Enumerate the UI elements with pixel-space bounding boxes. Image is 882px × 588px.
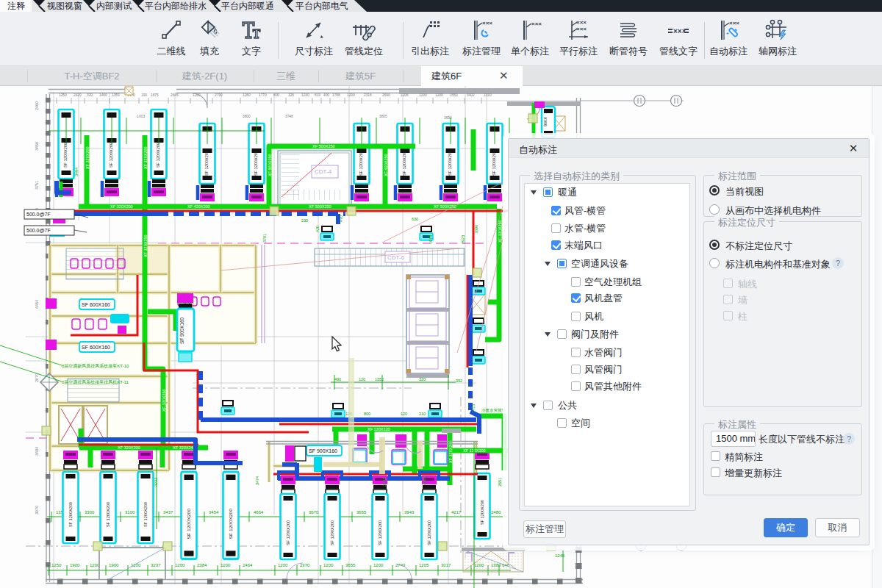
svg-text:XF 320X200: XF 320X200 <box>110 204 133 209</box>
svg-text:3494: 3494 <box>74 168 79 176</box>
svg-text:XF 320X200: XF 320X200 <box>118 445 140 450</box>
svg-text:×××: ××× <box>729 20 739 26</box>
svg-text:1200: 1200 <box>347 93 355 97</box>
svg-text:120: 120 <box>401 412 407 416</box>
svg-text:470: 470 <box>339 215 343 222</box>
svg-text:1310: 1310 <box>484 93 492 97</box>
svg-text:1X03: 1X03 <box>137 115 146 118</box>
svg-text:1206: 1206 <box>401 93 409 97</box>
svg-text:3943: 3943 <box>404 510 415 514</box>
svg-text:800: 800 <box>273 93 279 97</box>
svg-text:120: 120 <box>359 377 365 381</box>
svg-text:3751: 3751 <box>35 181 39 190</box>
svg-text:3454: 3454 <box>209 510 219 514</box>
svg-text:平台内部给排水: 平台内部给排水 <box>145 1 207 11</box>
svg-text:1250: 1250 <box>59 93 67 97</box>
svg-text:XF 320X240: XF 320X240 <box>173 445 196 450</box>
svg-text:×××: ××× <box>673 27 686 35</box>
svg-text:420: 420 <box>315 226 320 232</box>
svg-text:1250: 1250 <box>51 563 62 567</box>
svg-text:2480: 2480 <box>491 510 501 514</box>
svg-text:326: 326 <box>288 93 294 97</box>
svg-text:2420: 2420 <box>74 93 82 97</box>
svg-text:4664: 4664 <box>254 510 264 514</box>
svg-text:XF 320X200: XF 320X200 <box>85 146 90 169</box>
svg-text:3781: 3781 <box>262 234 267 243</box>
svg-text:2460: 2460 <box>35 101 39 110</box>
svg-text:XF 400X250: XF 400X250 <box>384 154 388 176</box>
svg-text:XF 120X120: XF 120X120 <box>368 427 390 431</box>
svg-text:XF 320X250: XF 320X250 <box>143 234 148 257</box>
svg-text:×××: ××× <box>482 20 492 26</box>
svg-text:XF 320X250: XF 320X250 <box>162 389 166 412</box>
svg-text:1260: 1260 <box>243 93 251 97</box>
svg-text:619: 619 <box>315 93 320 97</box>
svg-text:3070: 3070 <box>35 506 39 514</box>
svg-text:3748: 3748 <box>285 115 293 118</box>
svg-text:XF 420X200: XF 420X200 <box>187 204 210 209</box>
svg-text:内部测试: 内部测试 <box>96 1 132 11</box>
svg-text:平台内部电气: 平台内部电气 <box>295 1 348 11</box>
svg-text:×××: ××× <box>531 21 542 27</box>
svg-text:×××: ××× <box>576 26 587 32</box>
svg-text:4217: 4217 <box>451 510 462 514</box>
svg-text:1200: 1200 <box>323 563 334 567</box>
svg-text:1200: 1200 <box>175 563 185 567</box>
svg-text:1690: 1690 <box>474 225 478 234</box>
svg-text:490: 490 <box>334 377 341 381</box>
svg-text:2464: 2464 <box>243 563 253 567</box>
svg-text:1875: 1875 <box>151 93 159 97</box>
svg-text:2370: 2370 <box>300 563 310 567</box>
svg-text:3655: 3655 <box>356 510 367 514</box>
svg-text:视图视窗: 视图视窗 <box>46 1 82 11</box>
svg-text:4454: 4454 <box>35 300 39 309</box>
svg-text:3800: 3800 <box>243 115 251 118</box>
svg-text:2651: 2651 <box>498 478 502 487</box>
svg-text:SF 900X160: SF 900X160 <box>309 448 337 453</box>
svg-text:1205: 1205 <box>419 563 429 567</box>
svg-text:1978: 1978 <box>429 235 433 244</box>
svg-text:1415: 1415 <box>471 404 476 413</box>
svg-text:1019: 1019 <box>502 435 506 444</box>
svg-text:2070: 2070 <box>35 373 39 382</box>
svg-text:CDT-6: CDT-6 <box>387 254 405 261</box>
svg-text:4265: 4265 <box>423 476 427 485</box>
svg-text:500.0@7F: 500.0@7F <box>26 212 51 217</box>
svg-text:XF 320X250: XF 320X250 <box>498 220 502 243</box>
svg-text:1200: 1200 <box>220 563 231 567</box>
svg-text:3494: 3494 <box>35 447 39 456</box>
svg-text:1770: 1770 <box>259 93 267 97</box>
svg-text:630: 630 <box>412 217 418 221</box>
svg-text:1359: 1359 <box>112 93 120 97</box>
svg-text:2316: 2316 <box>364 93 372 97</box>
svg-text:1246: 1246 <box>555 553 565 558</box>
svg-text:1460: 1460 <box>99 93 107 97</box>
svg-text:注释: 注释 <box>7 1 25 11</box>
svg-text:3474: 3474 <box>255 476 259 485</box>
svg-text:3437: 3437 <box>163 510 173 514</box>
svg-text:1352: 1352 <box>375 377 384 381</box>
svg-text:6层空调排风系统接至排风机KT-11: 6层空调排风系统接至排风机KT-11 <box>62 379 129 385</box>
svg-text:190: 190 <box>141 93 147 97</box>
svg-text:400: 400 <box>323 93 329 97</box>
svg-text:XF 500X250: XF 500X250 <box>309 204 331 209</box>
svg-text:CDT-4: CDT-4 <box>315 168 332 175</box>
svg-text:320: 320 <box>419 377 426 381</box>
svg-text:XF 500X250: XF 500X250 <box>434 204 456 209</box>
svg-text:2645: 2645 <box>171 93 179 97</box>
svg-text:3450: 3450 <box>35 142 39 151</box>
svg-text:500.0@7F: 500.0@7F <box>26 228 51 233</box>
svg-text:3670: 3670 <box>309 510 319 514</box>
svg-text:320: 320 <box>87 93 93 97</box>
svg-text:2790: 2790 <box>215 93 223 97</box>
svg-text:2384: 2384 <box>197 563 207 567</box>
svg-text:3805: 3805 <box>379 115 387 118</box>
svg-text:XF 500X250: XF 500X250 <box>312 144 335 148</box>
svg-text:平台内部暖通: 平台内部暖通 <box>221 1 274 11</box>
svg-text:3300: 3300 <box>85 510 95 514</box>
svg-text:800: 800 <box>364 412 370 416</box>
svg-text:3017: 3017 <box>441 563 451 567</box>
svg-text:XF 320X200: XF 320X200 <box>143 146 148 169</box>
svg-text:1200: 1200 <box>435 93 443 97</box>
svg-text:1768: 1768 <box>332 93 340 97</box>
